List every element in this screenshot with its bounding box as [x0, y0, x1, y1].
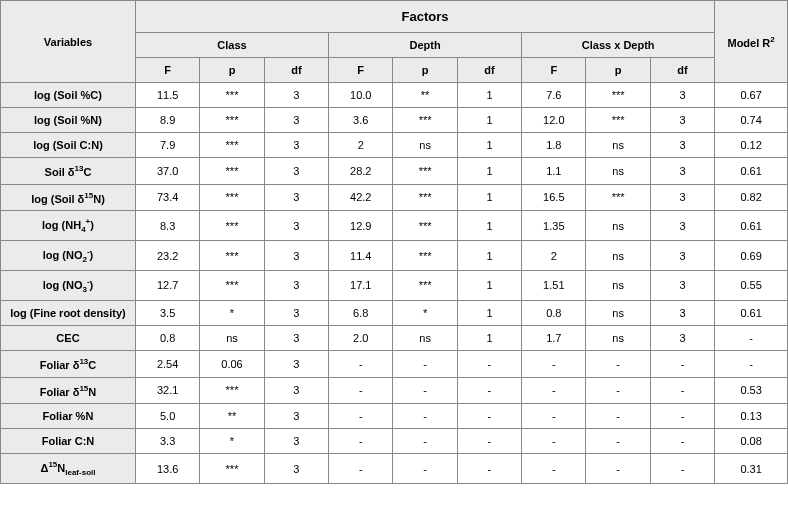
- value-cell: 0.31: [715, 454, 788, 484]
- value-cell: 8.9: [135, 108, 199, 133]
- value-cell: 3: [650, 241, 714, 271]
- value-cell: 3: [264, 271, 328, 301]
- value-cell: 7.6: [522, 83, 586, 108]
- value-cell: 0.55: [715, 271, 788, 301]
- variable-cell: log (Soil C:N): [1, 133, 136, 158]
- variable-cell: log (Soil δ15N): [1, 184, 136, 211]
- value-cell: 17.1: [329, 271, 393, 301]
- value-cell: -: [650, 377, 714, 404]
- value-cell: 37.0: [135, 158, 199, 185]
- value-cell: ***: [200, 454, 264, 484]
- value-cell: 10.0: [329, 83, 393, 108]
- value-cell: ***: [586, 83, 650, 108]
- value-cell: -: [393, 429, 457, 454]
- value-cell: ***: [200, 211, 264, 241]
- value-cell: 2.54: [135, 350, 199, 377]
- table-row: Foliar C:N3.3*3------0.08: [1, 429, 788, 454]
- value-cell: 0.8: [522, 300, 586, 325]
- value-cell: ***: [200, 83, 264, 108]
- value-cell: ***: [200, 133, 264, 158]
- value-cell: 3: [264, 350, 328, 377]
- header-cxd-p: p: [586, 58, 650, 83]
- value-cell: 3: [650, 211, 714, 241]
- value-cell: -: [522, 377, 586, 404]
- value-cell: -: [586, 377, 650, 404]
- value-cell: 12.0: [522, 108, 586, 133]
- variable-cell: Foliar %N: [1, 404, 136, 429]
- value-cell: -: [522, 404, 586, 429]
- value-cell: *: [200, 429, 264, 454]
- table-row: Foliar δ13C2.540.063-------: [1, 350, 788, 377]
- header-factors: Factors: [135, 1, 714, 33]
- value-cell: 3: [264, 211, 328, 241]
- value-cell: 3.3: [135, 429, 199, 454]
- value-cell: -: [329, 377, 393, 404]
- table-row: CEC0.8ns32.0ns11.7ns3-: [1, 325, 788, 350]
- value-cell: 3: [264, 429, 328, 454]
- value-cell: 1: [457, 83, 521, 108]
- value-cell: -: [650, 429, 714, 454]
- value-cell: -: [715, 325, 788, 350]
- value-cell: 3: [264, 108, 328, 133]
- header-depth-df: df: [457, 58, 521, 83]
- value-cell: 2: [329, 133, 393, 158]
- value-cell: 13.6: [135, 454, 199, 484]
- value-cell: 11.5: [135, 83, 199, 108]
- table-row: log (Soil %C)11.5***310.0**17.6***30.67: [1, 83, 788, 108]
- table-row: log (NO2-)23.2***311.4***12ns30.69: [1, 241, 788, 271]
- value-cell: 3.5: [135, 300, 199, 325]
- value-cell: ns: [586, 271, 650, 301]
- variable-cell: CEC: [1, 325, 136, 350]
- value-cell: 1: [457, 300, 521, 325]
- value-cell: 1.35: [522, 211, 586, 241]
- value-cell: ***: [200, 377, 264, 404]
- value-cell: 3: [264, 404, 328, 429]
- header-class-p: p: [200, 58, 264, 83]
- value-cell: ***: [393, 271, 457, 301]
- value-cell: 6.8: [329, 300, 393, 325]
- value-cell: 1: [457, 133, 521, 158]
- value-cell: 0.82: [715, 184, 788, 211]
- value-cell: -: [393, 350, 457, 377]
- value-cell: -: [586, 404, 650, 429]
- value-cell: -: [586, 429, 650, 454]
- value-cell: 0.69: [715, 241, 788, 271]
- value-cell: 0.74: [715, 108, 788, 133]
- table-row: Foliar δ15N32.1***3------0.53: [1, 377, 788, 404]
- value-cell: 1.1: [522, 158, 586, 185]
- variable-cell: Foliar C:N: [1, 429, 136, 454]
- value-cell: 32.1: [135, 377, 199, 404]
- value-cell: 3: [264, 158, 328, 185]
- value-cell: 3: [650, 158, 714, 185]
- value-cell: -: [457, 350, 521, 377]
- variable-cell: log (NO3-): [1, 271, 136, 301]
- value-cell: 3: [650, 108, 714, 133]
- value-cell: ***: [200, 158, 264, 185]
- value-cell: 12.9: [329, 211, 393, 241]
- value-cell: 5.0: [135, 404, 199, 429]
- value-cell: 3: [264, 325, 328, 350]
- value-cell: 2.0: [329, 325, 393, 350]
- value-cell: ***: [393, 108, 457, 133]
- value-cell: 3: [264, 300, 328, 325]
- header-depth: Depth: [329, 33, 522, 58]
- value-cell: 1: [457, 158, 521, 185]
- value-cell: ***: [393, 158, 457, 185]
- value-cell: *: [200, 300, 264, 325]
- value-cell: *: [393, 300, 457, 325]
- value-cell: -: [650, 404, 714, 429]
- table-row: log (NO3-)12.7***317.1***11.51ns30.55: [1, 271, 788, 301]
- value-cell: 3: [264, 454, 328, 484]
- variable-cell: log (Fine root density): [1, 300, 136, 325]
- value-cell: -: [650, 454, 714, 484]
- value-cell: -: [522, 454, 586, 484]
- value-cell: ns: [393, 133, 457, 158]
- value-cell: 28.2: [329, 158, 393, 185]
- value-cell: **: [393, 83, 457, 108]
- header-depth-F: F: [329, 58, 393, 83]
- variable-cell: log (NO2-): [1, 241, 136, 271]
- value-cell: -: [457, 377, 521, 404]
- value-cell: ***: [200, 241, 264, 271]
- value-cell: -: [522, 350, 586, 377]
- value-cell: 3: [650, 184, 714, 211]
